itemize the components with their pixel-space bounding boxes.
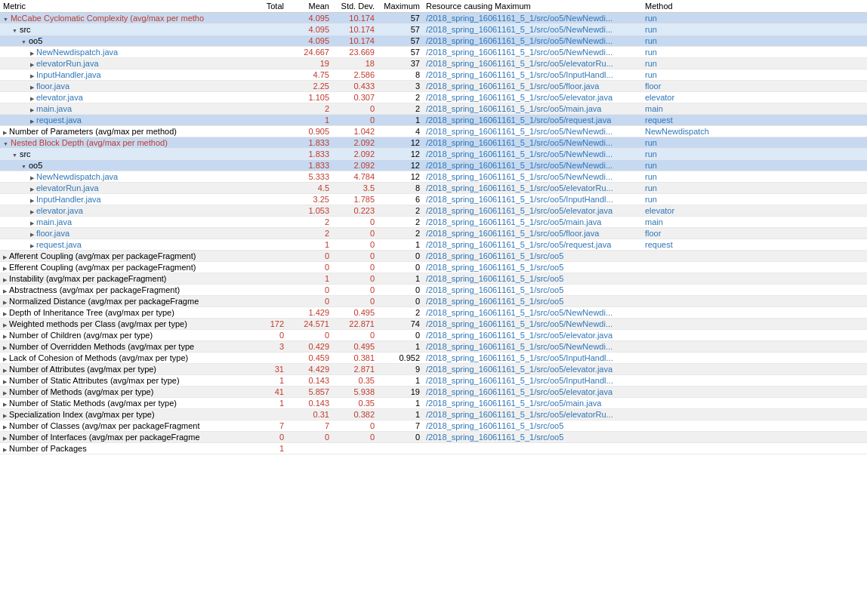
method-cell — [642, 364, 717, 375]
chevron-right-icon[interactable]: ▶ — [3, 300, 7, 305]
mean-cell: 1 — [287, 273, 332, 285]
chevron-down-icon[interactable]: ▼ — [3, 141, 8, 146]
total-cell — [249, 217, 287, 228]
method-cell — [642, 262, 717, 273]
total-cell — [249, 251, 287, 262]
resource-cell: /2018_spring_16061161_5_1/src/oo5/NewNew… — [423, 137, 642, 149]
metric-label: main.java — [36, 104, 72, 113]
maximum-cell: 57 — [378, 13, 423, 24]
stddev-cell: 0 — [332, 228, 378, 239]
stddev-cell: 2.586 — [332, 69, 378, 81]
metric-cell: ▶Depth of Inheritance Tree (avg/max per … — [0, 307, 249, 319]
chevron-right-icon[interactable]: ▶ — [3, 390, 7, 396]
chevron-right-icon[interactable]: ▶ — [3, 368, 7, 373]
chevron-right-icon[interactable]: ▶ — [3, 322, 7, 328]
stddev-cell: 23.669 — [332, 47, 378, 58]
metric-label: InputHandler.java — [36, 195, 101, 204]
chevron-right-icon[interactable]: ▶ — [30, 175, 34, 180]
chevron-right-icon[interactable]: ▶ — [30, 243, 34, 248]
method-cell: request — [642, 239, 717, 251]
chevron-right-icon[interactable]: ▶ — [30, 73, 34, 79]
extra-cell — [717, 126, 867, 137]
method-cell — [642, 296, 717, 307]
metric-label: Number of Classes (avg/max per packageFr… — [9, 421, 200, 430]
chevron-right-icon[interactable]: ▶ — [3, 266, 7, 271]
mean-cell: 0.429 — [287, 341, 332, 353]
resource-cell: /2018_spring_16061161_5_1/src/oo5 — [423, 273, 642, 285]
method-cell — [642, 432, 717, 443]
chevron-right-icon[interactable]: ▶ — [30, 119, 34, 124]
metric-label: Number of Interfaces (avg/max per packag… — [9, 433, 200, 442]
table-row: ▶Afferent Coupling (avg/max per packageF… — [0, 251, 867, 262]
chevron-right-icon[interactable]: ▶ — [3, 379, 7, 384]
chevron-right-icon[interactable]: ▶ — [3, 413, 7, 418]
maximum-cell: 12 — [378, 171, 423, 183]
maximum-cell: 2 — [378, 103, 423, 115]
metric-cell: ▶Number of Static Methods (avg/max per t… — [0, 398, 249, 409]
chevron-right-icon[interactable]: ▶ — [30, 85, 34, 90]
table-row: ▼McCabe Cyclomatic Complexity (avg/max p… — [0, 13, 867, 24]
chevron-down-icon[interactable]: ▼ — [21, 39, 26, 45]
chevron-down-icon[interactable]: ▼ — [12, 152, 17, 158]
resource-cell: /2018_spring_16061161_5_1/src/oo5/main.j… — [423, 103, 642, 115]
maximum-cell: 1 — [378, 115, 423, 126]
metric-label: Weighted methods per Class (avg/max per … — [9, 319, 187, 328]
chevron-right-icon[interactable]: ▶ — [3, 311, 7, 316]
method-cell — [642, 443, 717, 454]
mean-cell: 4.095 — [287, 24, 332, 35]
chevron-right-icon[interactable]: ▶ — [3, 288, 7, 294]
chevron-right-icon[interactable]: ▶ — [30, 186, 34, 192]
metric-label: Specialization Index (avg/max per type) — [9, 410, 155, 419]
metric-label: Number of Static Methods (avg/max per ty… — [9, 399, 177, 408]
chevron-down-icon[interactable]: ▼ — [21, 164, 26, 169]
method-cell: run — [642, 149, 717, 160]
chevron-right-icon[interactable]: ▶ — [30, 96, 34, 101]
metric-label: elevator.java — [36, 93, 83, 102]
resource-cell: /2018_spring_16061161_5_1/src/oo5/InputH… — [423, 194, 642, 205]
chevron-right-icon[interactable]: ▶ — [3, 402, 7, 407]
chevron-right-icon[interactable]: ▶ — [3, 356, 7, 362]
metric-cell: ▶main.java — [0, 103, 249, 115]
resource-cell: /2018_spring_16061161_5_1/src/oo5/reques… — [423, 115, 642, 126]
chevron-right-icon[interactable]: ▶ — [30, 107, 34, 112]
chevron-right-icon[interactable]: ▶ — [3, 130, 7, 135]
chevron-right-icon[interactable]: ▶ — [3, 424, 7, 430]
chevron-right-icon[interactable]: ▶ — [30, 51, 34, 56]
chevron-right-icon[interactable]: ▶ — [30, 232, 34, 237]
total-cell — [249, 149, 287, 160]
total-cell: 1 — [249, 375, 287, 387]
chevron-right-icon[interactable]: ▶ — [30, 209, 34, 214]
chevron-right-icon[interactable]: ▶ — [30, 220, 34, 226]
resource-cell: /2018_spring_16061161_5_1/src/oo5/main.j… — [423, 217, 642, 228]
method-cell: floor — [642, 81, 717, 92]
chevron-right-icon[interactable]: ▶ — [3, 254, 7, 260]
table-row: ▶InputHandler.java4.752.5868/2018_spring… — [0, 69, 867, 81]
resource-cell: /2018_spring_16061161_5_1/src/oo5/NewNew… — [423, 126, 642, 137]
chevron-down-icon[interactable]: ▼ — [12, 28, 17, 33]
maximum-cell: 1 — [378, 398, 423, 409]
maximum-cell: 8 — [378, 69, 423, 81]
chevron-right-icon[interactable]: ▶ — [3, 436, 7, 441]
extra-cell — [717, 92, 867, 103]
stddev-cell: 0 — [332, 251, 378, 262]
resource-cell: /2018_spring_16061161_5_1/src/oo5/elevat… — [423, 92, 642, 103]
metric-cell: ▶Number of Packages — [0, 443, 249, 454]
chevron-right-icon[interactable]: ▶ — [30, 198, 34, 203]
total-cell: 1 — [249, 443, 287, 454]
mean-cell: 24.667 — [287, 47, 332, 58]
stddev-cell: 22.871 — [332, 319, 378, 330]
table-row: ▶Number of Static Methods (avg/max per t… — [0, 398, 867, 409]
chevron-right-icon[interactable]: ▶ — [30, 62, 34, 67]
chevron-right-icon[interactable]: ▶ — [3, 345, 7, 350]
table-row: ▶Number of Attributes (avg/max per type)… — [0, 364, 867, 375]
stddev-cell: 0 — [332, 420, 378, 432]
table-row: ▶elevatorRun.java191837/2018_spring_1606… — [0, 58, 867, 69]
chevron-right-icon[interactable]: ▶ — [3, 277, 7, 282]
mean-cell: 1.053 — [287, 205, 332, 217]
metric-cell: ▼oo5 — [0, 35, 249, 47]
metric-cell: ▶main.java — [0, 217, 249, 228]
chevron-down-icon[interactable]: ▼ — [3, 17, 8, 22]
chevron-right-icon[interactable]: ▶ — [3, 447, 7, 452]
header-total: Total — [249, 0, 287, 13]
chevron-right-icon[interactable]: ▶ — [3, 334, 7, 339]
